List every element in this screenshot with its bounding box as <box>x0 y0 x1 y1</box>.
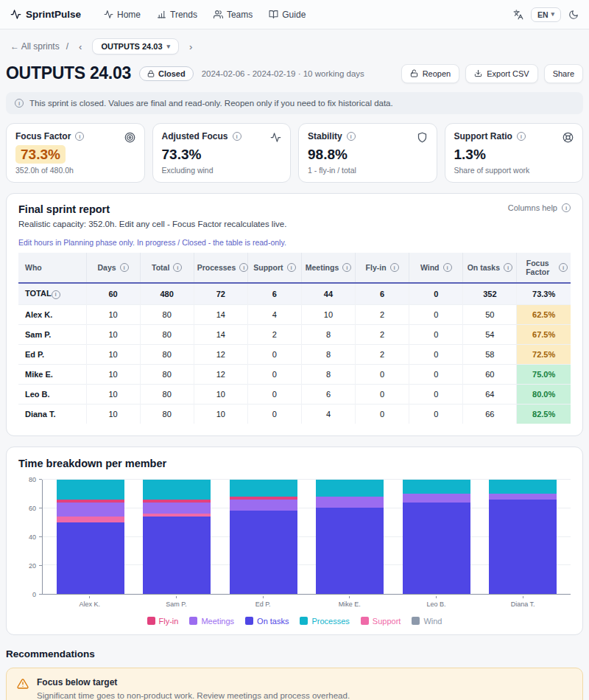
nav-item-teams[interactable]: Teams <box>207 6 259 24</box>
nav-item-guide[interactable]: Guide <box>262 6 312 24</box>
sprint-selector[interactable]: OUTPUTS 24.03 ▾ <box>92 38 179 55</box>
hours-cell: 10 <box>86 404 140 424</box>
legend-item-wind[interactable]: Wind <box>412 617 442 626</box>
info-icon[interactable] <box>52 290 60 299</box>
hours-cell: 80 <box>140 384 194 404</box>
bar-segment-meetings <box>316 497 384 508</box>
column-header-on-tasks: On tasks <box>463 253 517 283</box>
legend-swatch <box>412 617 420 625</box>
member-name-cell: Alex K. <box>18 304 86 324</box>
column-label: Who <box>25 263 42 272</box>
language-selector[interactable]: EN ▾ <box>531 7 561 22</box>
closed-info-banner: This sprint is closed. Values are final … <box>6 92 583 114</box>
shield-icon <box>417 132 428 143</box>
translate-icon[interactable] <box>513 10 523 20</box>
legend-item-meetings[interactable]: Meetings <box>189 617 234 626</box>
breadcrumb: ← All sprints / ‹ OUTPUTS 24.03 ▾ › <box>0 29 589 57</box>
hours-cell: 0 <box>409 364 463 384</box>
hours-cell: 0 <box>409 324 463 344</box>
legend-item-fly-in[interactable]: Fly-in <box>147 617 179 626</box>
report-subtitle: Realistic capacity: 352.0h. Edit any cel… <box>18 220 286 228</box>
bar-segment-fly-in <box>230 497 297 500</box>
nav-item-trends[interactable]: Trends <box>150 6 204 24</box>
hours-cell: 10 <box>86 364 140 384</box>
bar-slot-sam-p- <box>134 480 221 594</box>
hours-cell: 4 <box>301 404 355 424</box>
stacked-bar <box>489 480 557 594</box>
bar-slot-alex-k- <box>47 480 134 594</box>
table-total-row: TOTAL60480726446035273.3% <box>18 283 571 304</box>
hours-cell: 8 <box>301 364 355 384</box>
table-row: Mike E.10801208006075.0% <box>18 364 571 384</box>
all-sprints-link[interactable]: ← All sprints <box>10 41 60 52</box>
info-icon[interactable] <box>342 263 351 272</box>
bar-slot-ed-p- <box>220 480 307 594</box>
lifebuoy-icon <box>562 132 574 143</box>
share-button[interactable]: Share <box>544 64 583 83</box>
bar-segment-support <box>57 517 124 522</box>
sprint-selector-label: OUTPUTS 24.03 <box>101 42 162 51</box>
hours-cell: 0 <box>409 404 463 424</box>
report-title: Final sprint report <box>18 203 286 215</box>
bar-slot-mike-e- <box>307 480 394 594</box>
status-badge: Closed <box>139 66 194 81</box>
column-label: Wind <box>420 263 440 272</box>
final-sprint-report-card: Final sprint report Realistic capacity: … <box>6 193 583 436</box>
export-csv-button[interactable]: Export CSV <box>465 64 537 83</box>
bar-segment-on-tasks <box>403 503 470 594</box>
hours-cell: 0 <box>409 344 463 364</box>
columns-help-button[interactable]: Columns help <box>508 203 571 212</box>
focus-factor-cell: 82.5% <box>517 404 571 424</box>
column-header-total: Total <box>140 253 194 283</box>
stat-card-focus-factor: Focus Factor 73.3% 352.0h of 480.0h <box>6 123 145 183</box>
reopen-button[interactable]: Reopen <box>401 64 460 83</box>
hours-cell: 66 <box>463 404 517 424</box>
legend-item-on-tasks[interactable]: On tasks <box>245 617 289 626</box>
y-tick-label: 80 <box>29 476 36 483</box>
hours-cell: 64 <box>463 384 517 404</box>
bar-segment-on-tasks <box>57 522 124 594</box>
hours-cell: 10 <box>194 404 247 424</box>
prev-sprint-button[interactable]: ‹ <box>75 41 85 53</box>
chevron-down-icon: ▾ <box>551 11 554 18</box>
x-tick-mark <box>436 596 437 598</box>
hours-cell: 8 <box>301 324 355 344</box>
legend-swatch <box>300 617 308 625</box>
info-icon[interactable] <box>347 132 356 141</box>
info-icon[interactable] <box>287 263 296 272</box>
focus-factor-cell: 73.3% <box>517 283 571 304</box>
stacked-bar <box>230 480 297 594</box>
stacked-bar <box>57 480 124 594</box>
dark-mode-toggle-moon-icon[interactable] <box>568 10 579 20</box>
info-icon[interactable] <box>120 263 129 272</box>
info-icon[interactable] <box>173 263 182 272</box>
bar-segment-meetings <box>230 500 297 511</box>
edit-phase-note: Edit hours in Planning phase only. In pr… <box>18 238 571 247</box>
nav-items: Home Trends Teams Guide <box>97 6 312 24</box>
info-icon[interactable] <box>239 263 248 272</box>
info-icon[interactable] <box>517 132 526 141</box>
next-sprint-button[interactable]: › <box>186 41 196 53</box>
nav-item-home[interactable]: Home <box>97 6 147 24</box>
info-icon[interactable] <box>443 263 452 272</box>
info-icon[interactable] <box>390 263 399 272</box>
column-header-meetings: Meetings <box>301 253 355 283</box>
legend-item-support[interactable]: Support <box>361 617 401 626</box>
bar-segment-processes <box>143 480 211 500</box>
legend-item-processes[interactable]: Processes <box>300 617 349 626</box>
bar-segment-on-tasks <box>230 511 297 593</box>
info-icon[interactable] <box>559 263 568 272</box>
hours-cell: 352 <box>463 283 517 304</box>
bar-slot-diana-t- <box>480 480 567 594</box>
info-icon[interactable] <box>75 132 84 141</box>
y-tick-label: 60 <box>29 505 36 512</box>
stat-value: 1.3% <box>454 147 574 163</box>
column-label: Support <box>253 263 283 272</box>
breadcrumb-separator: / <box>66 41 68 52</box>
table-header: WhoDaysTotalProcessesSupportMeetingsFly-… <box>18 253 571 283</box>
brand[interactable]: SprintPulse <box>10 9 81 20</box>
info-icon[interactable] <box>233 132 241 141</box>
info-icon[interactable] <box>504 263 512 272</box>
stat-card-stability: Stability 98.8% 1 - fly-in / total <box>298 123 437 183</box>
hours-cell: 6 <box>247 283 301 304</box>
